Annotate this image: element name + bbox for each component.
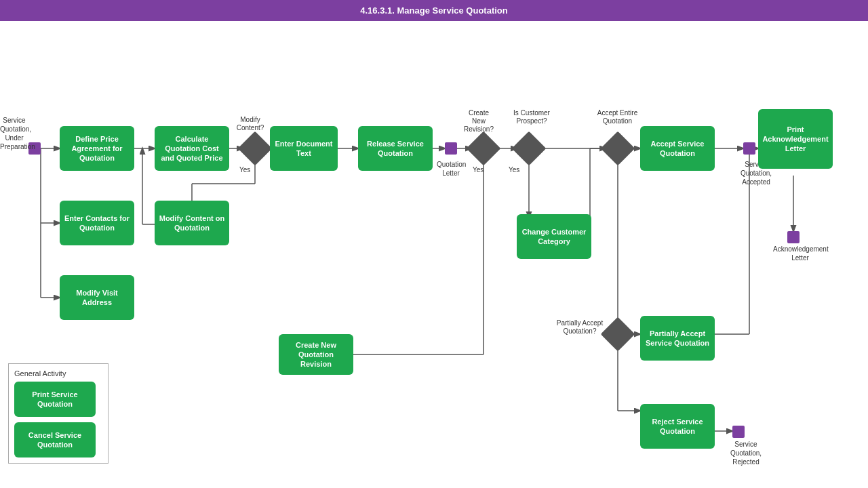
define-price-box[interactable]: Define Price Agreement for Quotation: [60, 126, 134, 171]
calculate-box[interactable]: Calculate Quotation Cost and Quoted Pric…: [155, 126, 229, 171]
change-customer-box[interactable]: Change Customer Category: [517, 214, 591, 259]
partially-accept-diamond: [601, 317, 635, 352]
print-sq-box[interactable]: Print Service Quotation: [14, 382, 96, 417]
reject-service-box[interactable]: Reject Service Quotation: [640, 404, 715, 449]
enter-contacts-box[interactable]: Enter Contacts for Quotation: [60, 201, 134, 245]
yes1-label: Yes: [239, 165, 250, 174]
cancel-sq-box[interactable]: Cancel Service Quotation: [14, 422, 96, 458]
yes2-label: Yes: [473, 165, 484, 174]
modify-content-label: Modify Content?: [233, 116, 268, 132]
is-customer-diamond: [512, 131, 547, 166]
create-revision-box[interactable]: Create New Quotation Revision: [279, 334, 353, 375]
release-box[interactable]: Release Service Quotation: [358, 126, 433, 171]
modify-visit-box[interactable]: Modify Visit Address: [60, 275, 134, 320]
legend-box: General Activity Print Service Quotation…: [8, 363, 108, 464]
modify-content-box[interactable]: Modify Content on Quotation: [155, 201, 229, 245]
accept-entire-diamond: [601, 131, 635, 166]
sq-rejected-label: Service Quotation, Rejected: [722, 440, 770, 466]
quotation-letter-label: Quotation Letter: [437, 160, 465, 178]
enter-doc-box[interactable]: Enter Document Text: [270, 126, 338, 171]
flow-lines: [0, 21, 868, 488]
mid-dot-2: [743, 142, 755, 155]
reject-dot: [732, 426, 745, 438]
print-ack-box[interactable]: Print Acknowledgement Letter: [758, 109, 833, 169]
partially-accept-label: Partially Accept Quotation?: [556, 319, 604, 336]
canvas: Service Quotation, Under Preparation Def…: [0, 21, 868, 488]
accept-entire-label: Accept Entire Quotation: [595, 109, 639, 125]
title-text: 4.16.3.1. Manage Service Quotation: [360, 5, 507, 16]
is-customer-label: Is Customer Prospect?: [509, 109, 555, 125]
mid-dot-1: [445, 142, 457, 155]
partially-accept-box[interactable]: Partially Accept Service Quotation: [640, 316, 715, 361]
ack-dot: [787, 231, 800, 243]
accept-service-box[interactable]: Accept Service Quotation: [640, 126, 715, 171]
legend-title: General Activity: [14, 369, 102, 378]
yes3-label: Yes: [509, 165, 519, 174]
modify-content-diamond: [238, 131, 273, 166]
create-revision-diamond: [467, 131, 501, 166]
ack-letter-label: Acknowledgement Letter: [773, 245, 827, 262]
create-revision-label: Create New Revision?: [461, 109, 496, 134]
start-label: Service Quotation, Under Preparation: [0, 116, 28, 151]
title-bar: 4.16.3.1. Manage Service Quotation: [0, 0, 868, 21]
